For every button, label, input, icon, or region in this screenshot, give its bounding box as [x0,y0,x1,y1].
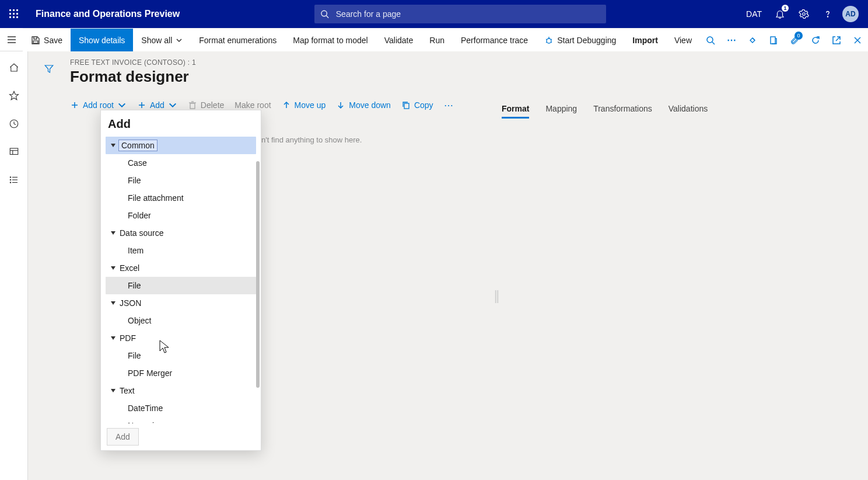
svg-marker-58 [111,336,116,340]
tree-item-file-attachment[interactable]: File attachment [106,189,256,207]
svg-line-20 [551,39,552,40]
svg-rect-31 [10,148,18,155]
waffle-icon[interactable] [0,0,28,28]
rail-workspaces-button[interactable] [7,145,21,159]
tree-item-case[interactable]: Case [106,154,256,172]
tree-item-folder[interactable]: Folder [106,207,256,224]
tree-group-excel[interactable]: Excel [106,259,256,277]
main-content: FREE TEXT INVOICE (CONTOSO) : 1 Format d… [28,51,868,480]
run-button[interactable]: Run [421,29,453,51]
tree-group-json[interactable]: JSON [106,294,256,312]
add-root-button[interactable]: Add root [70,100,127,110]
start-debug-label: Start Debugging [557,36,616,45]
tree-item-file[interactable]: File [106,172,256,189]
hamburger-icon [6,34,17,45]
show-details-button[interactable]: Show details [71,29,133,51]
map-format-button[interactable]: Map format to model [285,29,376,51]
svg-marker-55 [111,231,116,235]
tree-item-item[interactable]: Item [106,242,256,259]
popover-add-button[interactable]: Add [107,428,139,446]
filter-icon [44,64,54,74]
debug-icon [544,36,554,45]
hamburger-button[interactable] [0,28,23,51]
star-icon [9,91,19,101]
scrollbar-thumb[interactable] [256,161,260,388]
tree-group-label: Excel [118,263,139,273]
caret-down-icon [108,142,118,148]
global-search[interactable] [314,5,606,23]
add-button[interactable]: Add [137,100,177,110]
delete-label: Delete [201,100,224,110]
find-button[interactable] [700,29,721,51]
show-all-label: Show all [141,36,172,45]
tree-item-label: File [128,351,141,360]
search-input[interactable] [335,9,600,19]
diamond-icon [748,36,757,45]
help-button[interactable] [816,0,839,28]
tree-item-file[interactable]: File [106,277,256,294]
popout-button[interactable] [826,29,847,51]
toolbar-overflow-button[interactable]: ⋯ [444,100,453,111]
tab-format[interactable]: Format [502,104,529,119]
tree-item-label: Numeric [128,421,158,423]
perf-trace-button[interactable]: Performance trace [453,29,536,51]
format-enum-button[interactable]: Format enumerations [191,29,285,51]
view-button[interactable]: View [666,29,700,51]
tree-group-common[interactable]: Common [106,137,256,154]
chevron-down-icon [117,100,127,110]
import-button[interactable]: Import [624,29,666,51]
svg-rect-48 [190,103,195,109]
show-all-button[interactable]: Show all [133,29,191,51]
tree-item-datetime[interactable]: DateTime [106,399,256,417]
move-down-label: Move down [349,100,391,110]
rail-modules-button[interactable] [7,173,21,187]
popover-tree[interactable]: CommonCaseFileFile attachmentFolderData … [101,134,261,423]
notification-badge: 1 [782,5,789,12]
svg-point-17 [547,39,551,43]
company-code[interactable]: DAT [740,9,768,19]
tree-item-object[interactable]: Object [106,312,256,329]
save-button[interactable]: Save [23,29,71,51]
options-button[interactable] [763,29,784,51]
start-debug-button[interactable]: Start Debugging [536,29,624,51]
rail-recent-button[interactable] [7,117,21,131]
user-avatar[interactable]: AD [842,6,859,22]
tab-transformations[interactable]: Transformations [593,104,652,119]
attachments-button[interactable]: 0 [784,29,805,51]
search-icon [706,36,715,45]
tree-item-numeric[interactable]: Numeric [106,417,256,423]
close-button[interactable] [847,29,868,51]
tree-item-pdf-merger[interactable]: PDF Merger [106,364,256,382]
settings-button[interactable] [792,0,816,28]
tree-group-pdf[interactable]: PDF [106,329,256,347]
arrow-down-icon [336,100,345,110]
move-up-label: Move up [295,100,326,110]
refresh-icon [811,36,820,45]
tab-validations[interactable]: Validations [668,104,708,119]
overflow-button[interactable]: ⋯ [721,29,742,51]
empty-tree-message-tail: n't find anything to show here. [261,135,362,144]
tree-group-text[interactable]: Text [106,382,256,399]
search-icon [320,9,329,19]
tree-group-data-source[interactable]: Data source [106,224,256,242]
validate-button[interactable]: Validate [376,29,422,51]
caret-down-icon [108,388,118,394]
tree-item-file[interactable]: File [106,347,256,364]
related-button[interactable] [742,29,763,51]
workspace-icon [9,147,19,157]
svg-point-11 [803,13,806,16]
rail-home-button[interactable] [7,61,21,75]
trash-icon [188,100,197,110]
rail-favorites-button[interactable] [7,89,21,103]
nav-rail [0,51,28,480]
splitter-handle[interactable]: ‖ [494,288,500,304]
copy-button[interactable]: Copy [401,100,433,110]
filter-button[interactable] [37,57,61,81]
refresh-button[interactable] [805,29,826,51]
tab-mapping[interactable]: Mapping [545,104,577,119]
notifications-button[interactable]: 1 [768,0,792,28]
validate-label: Validate [384,36,414,45]
svg-line-24 [712,42,715,44]
move-down-button[interactable]: Move down [336,100,391,110]
move-up-button[interactable]: Move up [282,100,326,110]
